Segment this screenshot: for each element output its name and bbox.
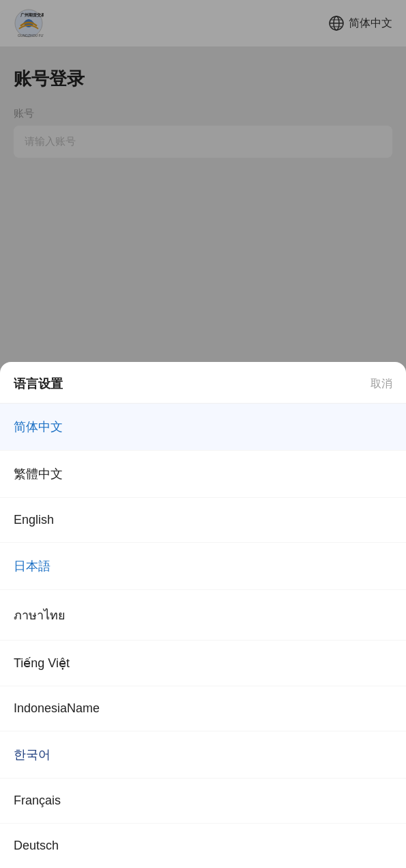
language-item-0[interactable]: 简体中文 — [0, 404, 406, 451]
language-item-6[interactable]: IndonesiaName — [0, 686, 406, 731]
language-item-8[interactable]: Français — [0, 779, 406, 824]
language-item-3[interactable]: 日本語 — [0, 543, 406, 590]
cancel-button[interactable]: 取消 — [371, 377, 392, 391]
sheet-header: 语言设置 取消 — [0, 362, 406, 404]
language-item-7[interactable]: 한국어 — [0, 731, 406, 779]
language-list: 简体中文繁體中文English日本語ภาษาไทยTiếng ViệtIndon… — [0, 404, 406, 868]
language-item-4[interactable]: ภาษาไทย — [0, 590, 406, 641]
language-item-1[interactable]: 繁體中文 — [0, 451, 406, 498]
language-item-9[interactable]: Deutsch — [0, 824, 406, 868]
language-bottom-sheet: 语言设置 取消 简体中文繁體中文English日本語ภาษาไทยTiếng V… — [0, 362, 406, 868]
sheet-title: 语言设置 — [14, 376, 63, 392]
language-item-2[interactable]: English — [0, 498, 406, 543]
language-item-5[interactable]: Tiếng Việt — [0, 641, 406, 686]
